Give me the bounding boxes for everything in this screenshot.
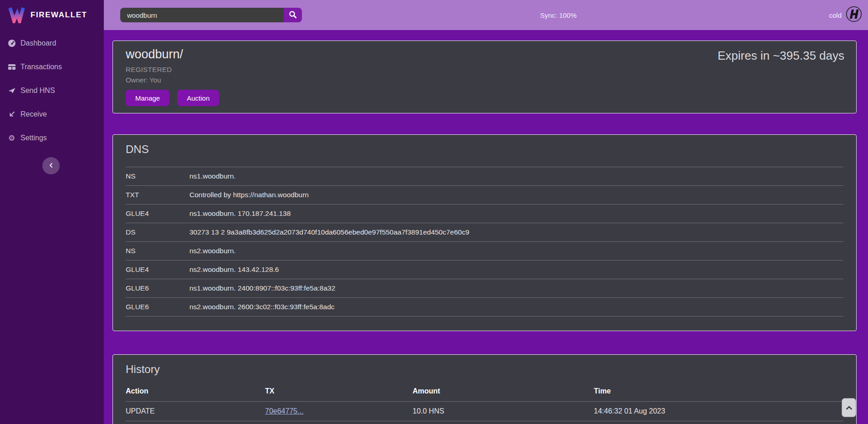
send-plane-icon bbox=[7, 87, 16, 95]
domain-status-label: REGISTERED bbox=[126, 66, 843, 73]
dns-record-type: TXT bbox=[126, 191, 189, 199]
dns-section-title: DNS bbox=[126, 143, 843, 156]
search-bar bbox=[120, 8, 302, 22]
sidebar-collapse-button[interactable] bbox=[42, 157, 60, 174]
sidebar-item-label: Receive bbox=[20, 110, 47, 118]
dns-record-row: TXT Controlled by https://nathan.woodbur… bbox=[126, 185, 843, 204]
receive-arrow-icon bbox=[7, 110, 16, 119]
history-header-row: Action TX Amount Time bbox=[126, 383, 843, 401]
dns-record-row: GLUE4 ns2.woodburn. 143.42.128.6 bbox=[126, 260, 843, 279]
history-action: UPDATE bbox=[126, 407, 265, 415]
history-table: Action TX Amount Time UPDATE 70e64775...… bbox=[126, 383, 843, 424]
manage-button[interactable]: Manage bbox=[126, 90, 169, 106]
sidebar: FIREWALLET Dashboard bbox=[0, 0, 104, 424]
firewallet-w-logo-icon bbox=[7, 5, 26, 25]
dns-record-value: Controlled by https://nathan.woodburn bbox=[189, 191, 309, 199]
brand: FIREWALLET bbox=[0, 0, 104, 24]
dns-record-value: ns1.woodburn. 2400:8907::f03c:93ff:fe5a:… bbox=[189, 284, 335, 292]
wallet-name-label: cold bbox=[829, 11, 842, 19]
dns-record-row: DS 30273 13 2 9a3a8fb3d625d2a2073d740f10… bbox=[126, 223, 843, 241]
dns-record-value: ns1.woodburn. 170.187.241.138 bbox=[189, 209, 291, 218]
sidebar-item-transactions[interactable]: Transactions bbox=[0, 55, 104, 79]
search-button[interactable] bbox=[284, 8, 302, 22]
auction-button[interactable]: Auction bbox=[177, 90, 219, 106]
history-col-action: Action bbox=[126, 387, 265, 395]
dns-record-row: GLUE6 ns1.woodburn. 2400:8907::f03c:93ff… bbox=[126, 279, 843, 297]
history-col-tx: TX bbox=[265, 387, 413, 395]
dns-record-row: GLUE6 ns2.woodburn. 2600:3c02::f03c:93ff… bbox=[126, 297, 843, 316]
expiry-label: Expires in ~395.35 days bbox=[718, 49, 844, 63]
scroll-to-top-button[interactable] bbox=[842, 398, 856, 417]
sidebar-item-label: Send HNS bbox=[20, 87, 55, 95]
dns-record-type: NS bbox=[126, 172, 189, 180]
chevron-up-icon bbox=[846, 404, 852, 412]
dns-record-value: 30273 13 2 9a3a8fb3d625d2a2073d740f10da6… bbox=[189, 228, 470, 236]
dns-record-value: ns2.woodburn. 2600:3c02::f03c:93ff:fe5a:… bbox=[189, 303, 335, 311]
sidebar-item-label: Dashboard bbox=[20, 39, 56, 47]
sidebar-item-dashboard[interactable]: Dashboard bbox=[0, 31, 104, 55]
dns-record-row: GLUE4 ns1.woodburn. 170.187.241.138 bbox=[126, 204, 843, 223]
history-section-title: History bbox=[126, 363, 843, 376]
dns-record-type: GLUE6 bbox=[126, 284, 189, 292]
dns-record-type: GLUE6 bbox=[126, 303, 189, 311]
dns-record-row: NS ns1.woodburn. bbox=[126, 167, 843, 185]
domain-actions: Manage Auction bbox=[126, 90, 843, 106]
history-row: RENEW d72e5c0... 10.0 HNS 15:47:06 07 Fe… bbox=[126, 421, 843, 424]
tx-hash-link[interactable]: 70e64775... bbox=[265, 407, 304, 415]
dns-record-value: ns1.woodburn. bbox=[189, 172, 236, 180]
search-icon bbox=[289, 10, 297, 20]
app-title: FIREWALLET bbox=[31, 10, 87, 20]
history-col-time: Time bbox=[594, 387, 843, 395]
sidebar-item-receive[interactable]: Receive bbox=[0, 102, 104, 126]
dns-record-value: ns2.woodburn. 143.42.128.6 bbox=[189, 266, 279, 274]
history-card: History Action TX Amount Time UPDATE 70e… bbox=[112, 354, 857, 424]
sidebar-item-settings[interactable]: ⚙ Settings bbox=[0, 126, 104, 150]
main-content: woodburn/ REGISTERED Owner: You Manage A… bbox=[104, 30, 868, 424]
history-time: 14:46:32 01 Aug 2023 bbox=[594, 407, 843, 415]
dns-record-type: NS bbox=[126, 247, 189, 255]
chevron-left-icon bbox=[48, 162, 54, 170]
sidebar-nav: Dashboard Transactions S bbox=[0, 31, 104, 150]
sync-status: Sync: 100% bbox=[540, 11, 577, 19]
sidebar-item-label: Settings bbox=[20, 134, 47, 142]
history-row: UPDATE 70e64775... 10.0 HNS 14:46:32 01 … bbox=[126, 401, 843, 421]
dns-record-type: DS bbox=[126, 228, 189, 236]
gear-icon: ⚙ bbox=[7, 134, 16, 143]
handshake-logo-icon bbox=[846, 6, 862, 24]
topbar: Sync: 100% cold bbox=[104, 0, 868, 30]
content-column: Sync: 100% cold bbox=[104, 0, 868, 424]
dns-table: NS ns1.woodburn. TXT Controlled by https… bbox=[126, 167, 843, 317]
history-amount: 10.0 HNS bbox=[413, 407, 594, 415]
dns-record-value: ns2.woodburn. bbox=[189, 247, 236, 255]
domain-owner-label: Owner: You bbox=[126, 76, 843, 84]
history-col-amount: Amount bbox=[413, 387, 594, 395]
dns-record-type: GLUE4 bbox=[126, 266, 189, 274]
dns-card: DNS NS ns1.woodburn. TXT Controlled by h… bbox=[112, 134, 857, 331]
wallet-indicator[interactable]: cold bbox=[829, 6, 862, 24]
transactions-table-icon bbox=[7, 63, 16, 72]
dashboard-gauge-icon bbox=[7, 39, 16, 48]
search-input[interactable] bbox=[120, 8, 284, 22]
sidebar-item-label: Transactions bbox=[20, 63, 62, 71]
sidebar-item-send-hns[interactable]: Send HNS bbox=[0, 79, 104, 102]
dns-record-row: NS ns2.woodburn. bbox=[126, 241, 843, 260]
dns-record-type: GLUE4 bbox=[126, 209, 189, 218]
app-window: FIREWALLET Dashboard bbox=[0, 0, 868, 424]
domain-card: woodburn/ REGISTERED Owner: You Manage A… bbox=[112, 41, 857, 113]
